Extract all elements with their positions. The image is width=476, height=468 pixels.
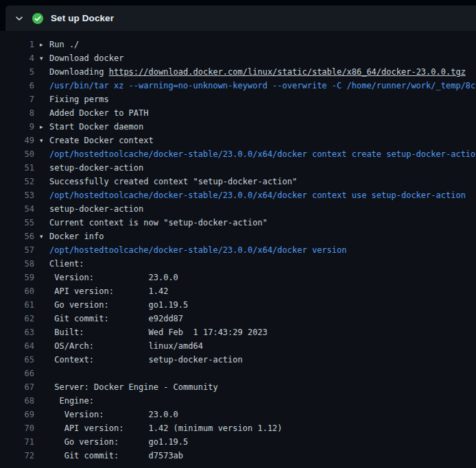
line-number[interactable]: 58 <box>0 257 34 271</box>
line-number[interactable]: 50 <box>0 147 34 161</box>
line-number[interactable]: 49 <box>0 134 34 147</box>
log-line[interactable]: 56▾Docker info <box>0 230 476 243</box>
line-number[interactable]: 52 <box>0 175 34 188</box>
log-text: OS/Arch: linux/amd64 <box>49 341 203 351</box>
log-line: 5Downloading https://download.docker.com… <box>0 65 476 79</box>
log-line[interactable]: 9▸Start Docker daemon <box>0 120 476 134</box>
line-content: ▾Download docker <box>34 51 476 65</box>
log-lines: 1▸Run ./4▾Download docker5Downloading ht… <box>0 38 476 463</box>
log-line: 51setup-docker-action <box>0 161 476 175</box>
line-number[interactable]: 5 <box>0 65 34 79</box>
line-number[interactable]: 61 <box>0 298 34 312</box>
line-number[interactable]: 68 <box>0 394 34 408</box>
log-text: Create Docker context <box>49 136 154 145</box>
log-text: Downloading <box>49 67 109 77</box>
log-line[interactable]: 49▾Create Docker context <box>0 134 476 147</box>
line-content: Git commit: e92dd87 <box>34 312 476 325</box>
line-number[interactable]: 55 <box>0 216 34 230</box>
line-number[interactable]: 62 <box>0 312 34 325</box>
line-number[interactable]: 6 <box>0 79 34 93</box>
line-number[interactable]: 7 <box>0 93 34 106</box>
log-line: 67 Server: Docker Engine - Community <box>0 380 476 394</box>
line-content: Context: setup-docker-action <box>34 353 476 367</box>
line-number[interactable]: 59 <box>0 271 34 284</box>
line-content: ▸Start Docker daemon <box>34 120 476 134</box>
log-text: API version: 1.42 <box>49 286 168 296</box>
chevron-down-icon[interactable] <box>14 13 25 24</box>
line-number[interactable]: 66 <box>0 367 34 380</box>
log-line: 65 Context: setup-docker-action <box>0 353 476 367</box>
log-line[interactable]: 1▸Run ./ <box>0 38 476 51</box>
log-text: Current context is now "setup-docker-act… <box>49 218 267 227</box>
line-number[interactable]: 1 <box>0 38 34 51</box>
log-line: 53/opt/hostedtoolcache/docker-stable/23.… <box>0 188 476 202</box>
line-content: Version: 23.0.0 <box>34 271 476 284</box>
line-content: /opt/hostedtoolcache/docker-stable/23.0.… <box>34 188 476 202</box>
log-text: Start Docker daemon <box>49 122 143 132</box>
log-line: 71 Go version: go1.19.5 <box>0 435 476 449</box>
line-content: Engine: <box>34 394 476 408</box>
line-number[interactable]: 9 <box>0 120 34 134</box>
line-content: OS/Arch: linux/amd64 <box>34 339 476 353</box>
log-line: 72 Git commit: d7573ab <box>0 449 476 463</box>
line-number[interactable]: 70 <box>0 421 34 435</box>
line-number[interactable]: 8 <box>0 106 34 120</box>
line-number[interactable]: 56 <box>0 230 34 243</box>
line-content: /opt/hostedtoolcache/docker-stable/23.0.… <box>34 243 476 257</box>
line-content: Built: Wed Feb 1 17:43:29 2023 <box>34 325 476 339</box>
log-text: Run ./ <box>49 40 79 49</box>
step-header[interactable]: Set up Docker <box>5 5 476 31</box>
line-number[interactable]: 72 <box>0 449 34 463</box>
log-link[interactable]: https://download.docker.com/linux/static… <box>109 67 466 77</box>
log-line: 62 Git commit: e92dd87 <box>0 312 476 325</box>
log-line: 61 Go version: go1.19.5 <box>0 298 476 312</box>
line-content: Git commit: d7573ab <box>34 449 476 463</box>
line-number[interactable]: 54 <box>0 202 34 216</box>
log-line: 7Fixing perms <box>0 93 476 106</box>
log-text: Added Docker to PATH <box>49 108 149 118</box>
log-line: 59 Version: 23.0.0 <box>0 271 476 284</box>
group-collapsed-icon[interactable]: ▸ <box>40 120 43 134</box>
log-text: Git commit: e92dd87 <box>49 314 183 323</box>
line-number[interactable]: 51 <box>0 161 34 175</box>
line-number[interactable]: 71 <box>0 435 34 449</box>
log-text: setup-docker-action <box>49 163 143 173</box>
log-text: Git commit: d7573ab <box>49 451 183 460</box>
line-content: /opt/hostedtoolcache/docker-stable/23.0.… <box>34 147 476 161</box>
log-text: Fixing perms <box>49 95 109 104</box>
group-collapsed-icon[interactable]: ▸ <box>40 38 43 51</box>
line-number[interactable]: 53 <box>0 188 34 202</box>
log-line: 69 Version: 23.0.0 <box>0 408 476 421</box>
log-line[interactable]: 4▾Download docker <box>0 51 476 65</box>
line-number[interactable]: 63 <box>0 325 34 339</box>
line-content <box>34 367 476 380</box>
line-content: Downloading https://download.docker.com/… <box>34 65 476 79</box>
line-content: ▾Docker info <box>34 230 476 243</box>
log-text: API version: 1.42 (minimum version 1.12) <box>49 423 283 433</box>
step-title: Set up Docker <box>51 13 114 23</box>
line-content: /usr/bin/tar xz --warning=no-unknown-key… <box>34 79 476 93</box>
line-number[interactable]: 60 <box>0 284 34 298</box>
log-text: Go version: go1.19.5 <box>49 437 188 447</box>
line-number[interactable]: 69 <box>0 408 34 421</box>
line-number[interactable]: 57 <box>0 243 34 257</box>
line-number[interactable]: 4 <box>0 51 34 65</box>
log-text: Version: 23.0.0 <box>49 410 178 419</box>
log-text: Client: <box>49 259 84 269</box>
group-expanded-icon[interactable]: ▾ <box>40 134 43 147</box>
log-text: /opt/hostedtoolcache/docker-stable/23.0.… <box>49 245 346 255</box>
line-content: API version: 1.42 <box>34 284 476 298</box>
line-number[interactable]: 64 <box>0 339 34 353</box>
line-number[interactable]: 65 <box>0 353 34 367</box>
line-content: setup-docker-action <box>34 202 476 216</box>
group-expanded-icon[interactable]: ▾ <box>40 51 43 65</box>
log-line: 57/opt/hostedtoolcache/docker-stable/23.… <box>0 243 476 257</box>
line-number[interactable]: 67 <box>0 380 34 394</box>
group-expanded-icon[interactable]: ▾ <box>40 230 43 243</box>
log-area: 1▸Run ./4▾Download docker5Downloading ht… <box>0 31 476 468</box>
line-content: Go version: go1.19.5 <box>34 298 476 312</box>
log-line: 6/usr/bin/tar xz --warning=no-unknown-ke… <box>0 79 476 93</box>
log-line: 54setup-docker-action <box>0 202 476 216</box>
log-line: 50/opt/hostedtoolcache/docker-stable/23.… <box>0 147 476 161</box>
log-text: /opt/hostedtoolcache/docker-stable/23.0.… <box>49 190 466 200</box>
